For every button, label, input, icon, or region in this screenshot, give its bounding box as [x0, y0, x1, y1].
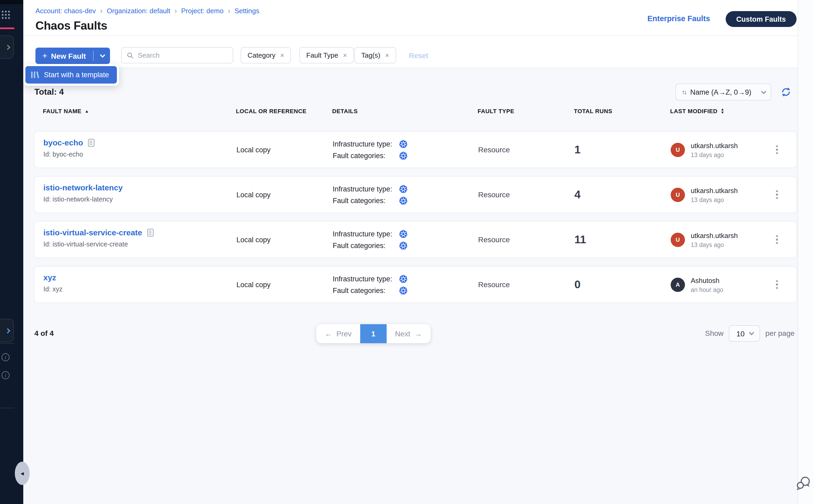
modified-at: 13 days ago — [691, 152, 738, 158]
new-fault-button[interactable]: + New Fault — [35, 48, 93, 64]
custom-faults-button[interactable]: Custom Faults — [726, 11, 797, 27]
column-label: DETAILS — [332, 108, 358, 114]
copy-fault-icon[interactable] — [147, 228, 154, 237]
infrastructure-type-label: Infrastructure type: — [333, 275, 399, 283]
current-page-button[interactable]: 1 — [360, 324, 387, 343]
sidebar-expand-button[interactable] — [0, 35, 14, 59]
reset-filters-link[interactable]: Reset — [409, 51, 428, 60]
table-header-row: FAULT NAME ▲ LOCAL OR REFERENCE DETAILS … — [34, 108, 797, 114]
infrastructure-type-label: Infrastructure type: — [333, 140, 399, 148]
breadcrumb-project-link[interactable]: Project: demo — [181, 7, 223, 15]
kubernetes-icon — [399, 151, 408, 160]
total-runs-value: 11 — [574, 233, 671, 246]
column-label: LAST MODIFIED — [670, 108, 717, 114]
enterprise-faults-link[interactable]: Enterprise Faults — [647, 14, 710, 23]
template-icon — [31, 70, 40, 79]
new-fault-dropdown-toggle[interactable] — [94, 48, 110, 64]
total-runs-value: 0 — [574, 278, 671, 291]
modified-at: an hour ago — [691, 286, 723, 293]
sort-dropdown[interactable]: ↑↓ Name (A→Z, 0→9) — [675, 84, 771, 100]
fault-row[interactable]: byoc-echo Id: byoc-echo Local copy Infra… — [34, 131, 797, 168]
chevron-right-icon — [5, 44, 10, 50]
column-local-or-reference: LOCAL OR REFERENCE — [236, 108, 332, 114]
next-page-button[interactable]: Next → — [387, 324, 431, 343]
fault-id: Id: istio-network-latency — [43, 196, 236, 203]
fault-row[interactable]: xyz Id: xyz Local copy Infrastructure ty… — [34, 266, 797, 303]
avatar: U — [671, 187, 685, 202]
sidebar-collapse-handle[interactable]: ◀ — [15, 462, 30, 485]
filter-chip-label: Fault Type — [306, 51, 338, 59]
fault-row[interactable]: istio-virtual-service-create Id: istio-v… — [34, 221, 797, 258]
breadcrumb-account-link[interactable]: Account: chaos-dev — [35, 7, 96, 15]
avatar: U — [671, 143, 685, 157]
info-icon[interactable]: i — [2, 371, 10, 379]
info-icon[interactable]: i — [2, 353, 10, 361]
fault-row[interactable]: istio-network-latency Id: istio-network-… — [34, 176, 797, 213]
breadcrumb-organization-link[interactable]: Organization: default — [107, 7, 170, 15]
sidebar-expand-bottom-button[interactable] — [0, 319, 14, 342]
row-menu-kebab-icon[interactable] — [776, 145, 778, 154]
apps-grid-icon[interactable] — [1, 10, 11, 20]
start-with-template-menu-item[interactable]: Start with a template — [25, 66, 117, 84]
filter-chip-fault-type[interactable]: Fault Type × — [299, 47, 354, 63]
kubernetes-icon — [399, 241, 408, 250]
column-label: LOCAL OR REFERENCE — [236, 108, 307, 114]
fault-type-value: Resource — [478, 280, 574, 289]
modified-by: Ashutosh — [691, 276, 723, 284]
column-total-runs: TOTAL RUNS — [574, 108, 670, 114]
close-icon[interactable]: × — [343, 51, 347, 59]
fault-id: Id: istio-virtual-service-create — [43, 241, 236, 248]
kubernetes-icon — [399, 274, 408, 283]
modified-by: utkarsh.utkarsh — [691, 186, 738, 194]
fault-name-link[interactable]: istio-virtual-service-create — [43, 228, 142, 237]
fault-categories-label: Fault categories: — [333, 196, 399, 204]
filter-chip-tags[interactable]: Tag(s) × — [354, 47, 396, 63]
column-label: TOTAL RUNS — [574, 108, 612, 114]
brand-accent-line — [0, 28, 14, 29]
left-nav-sidebar: i i — [0, 0, 23, 504]
fault-categories-label: Fault categories: — [333, 241, 399, 249]
row-menu-kebab-icon[interactable] — [776, 280, 778, 289]
chat-bubbles-icon[interactable] — [795, 475, 811, 491]
pagination-controls: ← Prev 1 Next → — [316, 324, 430, 343]
column-last-modified[interactable]: LAST MODIFIED ▲▼ — [670, 108, 772, 114]
fault-name-link[interactable]: xyz — [43, 273, 56, 282]
breadcrumb-settings-link[interactable]: Settings — [235, 7, 259, 15]
close-icon[interactable]: × — [385, 51, 389, 59]
new-fault-label: New Fault — [51, 52, 86, 60]
column-fault-name[interactable]: FAULT NAME ▲ — [43, 108, 236, 114]
chevron-right-icon — [5, 328, 10, 333]
column-details: DETAILS — [332, 108, 478, 114]
chevron-down-icon — [100, 52, 106, 58]
left-arrow-icon: ← — [325, 329, 332, 338]
pagination-summary: 4 of 4 — [34, 329, 54, 337]
refresh-icon[interactable] — [781, 87, 791, 97]
plus-icon: + — [42, 51, 47, 61]
page-title: Chaos Faults — [35, 19, 107, 33]
fault-name-link[interactable]: byoc-echo — [43, 138, 83, 147]
new-fault-split-button[interactable]: + New Fault — [35, 48, 110, 64]
filter-chip-category[interactable]: Category × — [241, 47, 291, 63]
close-icon[interactable]: × — [280, 51, 284, 59]
fault-type-value: Resource — [478, 145, 574, 154]
search-input[interactable] — [138, 51, 227, 59]
next-label: Next — [395, 329, 410, 338]
column-fault-type: FAULT TYPE — [478, 108, 574, 114]
kubernetes-icon — [399, 139, 408, 148]
total-runs-value: 1 — [574, 143, 671, 156]
fault-id: Id: byoc-echo — [43, 151, 236, 158]
breadcrumb-separator: › — [100, 6, 102, 15]
row-menu-kebab-icon[interactable] — [776, 235, 778, 244]
page-size-select[interactable]: 10 — [729, 325, 760, 342]
new-fault-dropdown-menu: Start with a template — [23, 64, 119, 86]
search-box — [121, 47, 233, 63]
column-label: FAULT NAME — [43, 108, 81, 114]
fault-id: Id: xyz — [43, 286, 236, 293]
details-cell: Infrastructure type: — [333, 184, 478, 205]
breadcrumb-separator: › — [175, 6, 177, 15]
row-menu-kebab-icon[interactable] — [776, 190, 778, 199]
fault-name-link[interactable]: istio-network-latency — [43, 183, 123, 192]
right-arrow-icon: → — [414, 329, 422, 338]
prev-page-button[interactable]: ← Prev — [316, 324, 360, 343]
copy-fault-icon[interactable] — [88, 138, 95, 147]
